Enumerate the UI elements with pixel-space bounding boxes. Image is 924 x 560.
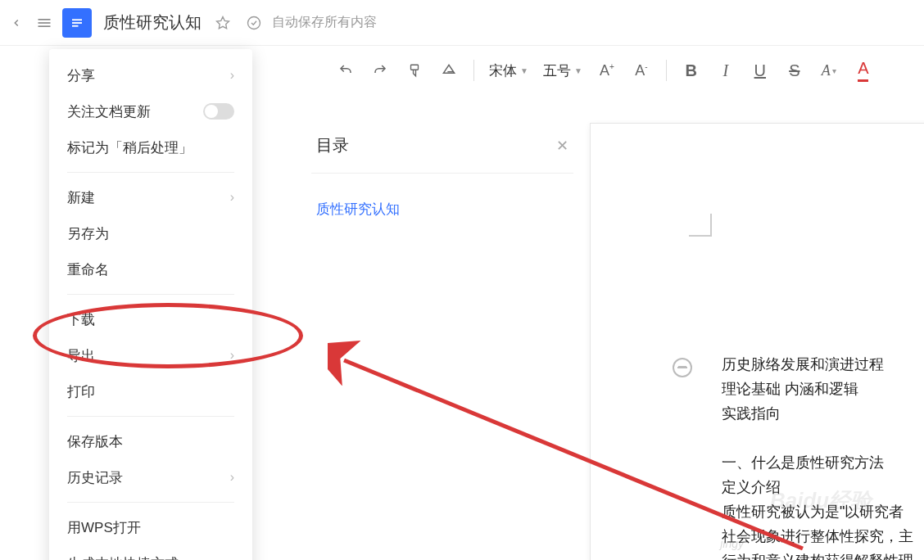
menu-label: 关注文档更新 (67, 102, 151, 121)
menu-label: 分享 (67, 66, 95, 85)
redo-button[interactable] (370, 59, 390, 82)
menu-label: 重命名 (67, 260, 109, 279)
outline-header: 目录 ✕ (311, 123, 573, 174)
autosave-check-icon (244, 13, 264, 33)
menu-download[interactable]: 下载 (49, 301, 252, 337)
svg-rect-8 (411, 65, 419, 70)
menu-label: 生成本地快捷方式 (67, 554, 179, 561)
menu-label: 用WPS打开 (67, 518, 141, 537)
menu-export[interactable]: 导出 › (49, 337, 252, 373)
increase-font-button[interactable]: A+ (597, 59, 617, 82)
outline-panel: 目录 ✕ 质性研究认知 (311, 123, 573, 219)
strikethrough-button[interactable]: S (785, 59, 804, 82)
menu-label: 另存为 (67, 224, 109, 243)
chevron-down-icon: ▼ (520, 66, 528, 75)
menu-label: 历史记录 (67, 468, 123, 487)
doc-title[interactable]: 质性研究认知 (103, 11, 202, 34)
doc-text-line: 历史脉络发展和演进过程 (722, 353, 924, 377)
doc-text-line: 实践指向 (722, 402, 924, 426)
menu-follow-updates[interactable]: 关注文档更新 (49, 93, 252, 129)
toolbar-separator (473, 60, 474, 81)
doc-text-line: 一、什么是质性研究方法 (722, 451, 924, 475)
chevron-down-icon: ▾ (832, 66, 836, 75)
font-color-label: A (858, 59, 868, 82)
topbar: 质性研究认知 自动保存所有内容 (0, 0, 924, 46)
close-icon[interactable]: ✕ (556, 137, 568, 155)
doc-text-line: 理论基础 内涵和逻辑 (722, 377, 924, 401)
format-painter-button[interactable] (405, 59, 424, 82)
menu-divider (67, 294, 234, 295)
menu-print[interactable]: 打印 (49, 373, 252, 409)
text-style-button[interactable]: A▾ (819, 59, 839, 82)
autosave-label: 自动保存所有内容 (272, 14, 377, 31)
outline-title: 目录 (316, 134, 349, 156)
bold-button[interactable]: B (682, 59, 701, 82)
doc-type-icon (62, 8, 92, 38)
menu-save-as[interactable]: 另存为 (49, 215, 252, 251)
menu-label: 导出 (67, 346, 95, 365)
toggle-switch[interactable] (203, 103, 234, 120)
menu-new[interactable]: 新建 › (49, 179, 252, 215)
menu-label: 打印 (67, 382, 95, 401)
decrease-font-button[interactable]: A- (632, 59, 651, 82)
menu-label: 标记为「稍后处理」 (67, 138, 192, 157)
page-corner-mark (689, 214, 712, 237)
star-button[interactable] (213, 13, 233, 33)
doc-text-line: 社会现象进行整体性探究，主 (722, 525, 924, 549)
back-button[interactable] (7, 13, 26, 33)
clear-format-button[interactable] (439, 59, 459, 82)
menu-divider (67, 502, 234, 503)
chevron-right-icon: › (230, 470, 234, 485)
file-menu: 分享 › 关注文档更新 标记为「稍后处理」 新建 › 另存为 重命名 下载 导出… (49, 49, 252, 560)
chevron-right-icon: › (230, 190, 234, 205)
chevron-down-icon: ▼ (574, 66, 582, 75)
svg-marker-6 (217, 16, 229, 28)
font-size-value: 五号 (543, 61, 571, 80)
menu-create-shortcut[interactable]: 生成本地快捷方式 (49, 545, 252, 560)
hamburger-menu-button[interactable] (33, 11, 56, 34)
menu-label: 下载 (67, 310, 95, 329)
menu-divider (67, 172, 234, 173)
undo-button[interactable] (336, 59, 356, 82)
font-family-value: 宋体 (489, 61, 517, 80)
outline-link[interactable]: 质性研究认知 (311, 200, 573, 219)
menu-open-wps[interactable]: 用WPS打开 (49, 509, 252, 545)
menu-divider (67, 416, 234, 417)
doc-text-line: 行为和意义建构获得解释性理 (722, 549, 924, 560)
watermark-sub: jingy (720, 537, 744, 550)
font-color-button[interactable]: A (854, 59, 873, 82)
text-style-label: A (822, 62, 831, 79)
menu-label: 保存版本 (67, 432, 123, 451)
watermark: Baidu经验 (770, 486, 917, 527)
italic-button[interactable]: I (716, 59, 736, 82)
underline-button[interactable]: U (750, 59, 770, 82)
menu-share[interactable]: 分享 › (49, 57, 252, 93)
chevron-right-icon: › (230, 68, 234, 83)
menu-rename[interactable]: 重命名 (49, 251, 252, 287)
chevron-right-icon: › (230, 348, 234, 363)
menu-save-version[interactable]: 保存版本 (49, 423, 252, 459)
svg-point-7 (248, 16, 260, 29)
font-family-select[interactable]: 宋体 ▼ (489, 61, 528, 80)
menu-label: 新建 (67, 188, 95, 207)
toolbar-separator (666, 60, 667, 81)
menu-mark-later[interactable]: 标记为「稍后处理」 (49, 129, 252, 165)
menu-history[interactable]: 历史记录 › (49, 459, 252, 495)
font-size-select[interactable]: 五号 ▼ (543, 61, 582, 80)
list-bullet-icon (673, 358, 692, 377)
